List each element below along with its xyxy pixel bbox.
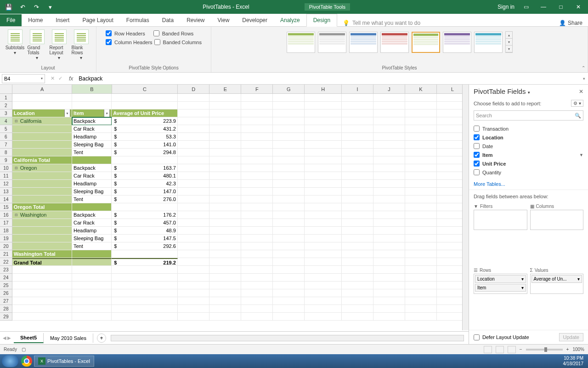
tab-view[interactable]: View (211, 14, 236, 26)
vertical-scrollbar[interactable] (462, 85, 469, 330)
column-header[interactable]: C (112, 85, 178, 93)
cell[interactable] (12, 282, 72, 289)
cell[interactable] (112, 274, 178, 282)
banded-rows-checkbox[interactable] (153, 30, 159, 36)
row-header[interactable]: 21 (0, 250, 12, 258)
cell[interactable] (72, 156, 112, 164)
cell[interactable]: Washington (12, 211, 72, 219)
expand-formula-icon[interactable]: ▾ (580, 76, 588, 81)
styles-gallery-more[interactable]: ▴▾▾ (505, 31, 513, 53)
page-layout-view-button[interactable] (496, 346, 504, 353)
row-header[interactable]: 4 (0, 117, 12, 125)
taskbar-excel-window[interactable]: X PivotTables - Excel (34, 356, 94, 367)
cell[interactable]: $147.0 (112, 188, 178, 196)
cell[interactable]: Backpack (72, 164, 112, 172)
pivot-style-swatch[interactable] (349, 32, 378, 53)
cell[interactable]: $48.9 (112, 227, 178, 235)
cell[interactable] (112, 305, 178, 313)
row-header[interactable]: 19 (0, 235, 12, 242)
field-item[interactable]: Date (474, 142, 583, 150)
cell[interactable]: $223.9 (112, 117, 178, 125)
rows-area[interactable]: Location▾Item▾ (474, 274, 527, 294)
row-header[interactable]: 10 (0, 164, 12, 172)
cell[interactable] (112, 289, 178, 297)
row-header[interactable]: 22 (0, 258, 12, 266)
cell[interactable] (112, 266, 178, 274)
sheet-tab[interactable]: May 2010 Sales (44, 334, 93, 343)
field-item[interactable]: Unit Price (474, 159, 583, 168)
field-checkbox[interactable] (474, 169, 480, 175)
subtotal-cell[interactable]: California Total (12, 156, 72, 164)
columns-area[interactable] (530, 210, 584, 230)
start-button[interactable] (2, 355, 18, 367)
cell[interactable]: $53.3 (112, 133, 178, 141)
column-header[interactable]: I (342, 85, 373, 93)
fx-icon[interactable]: fx (66, 75, 76, 82)
tab-home[interactable]: Home (22, 14, 49, 26)
zoom-slider[interactable] (526, 349, 563, 351)
row-header[interactable]: 6 (0, 133, 12, 141)
collapse-ribbon-icon[interactable]: ⌃ (582, 65, 585, 70)
cell[interactable] (12, 305, 72, 313)
row-header[interactable]: 5 (0, 125, 12, 133)
area-chip[interactable]: Average of Un...▾ (531, 275, 582, 283)
page-break-view-button[interactable] (508, 346, 516, 353)
cell[interactable]: Headlamp (72, 180, 112, 188)
cell[interactable] (72, 313, 112, 321)
minimize-button[interactable]: — (537, 2, 549, 12)
grand-totals-button[interactable]: Grand Totals▾ (27, 29, 48, 61)
field-checkbox[interactable] (474, 161, 480, 167)
cell[interactable]: Backpack (72, 211, 112, 219)
row-header[interactable]: 23 (0, 266, 12, 274)
pane-close-button[interactable]: ✕ (579, 88, 583, 95)
cell[interactable] (12, 266, 72, 274)
new-sheet-button[interactable]: + (97, 334, 106, 343)
tab-developer[interactable]: Developer (236, 14, 274, 26)
field-item[interactable]: Quantity (474, 168, 583, 177)
field-checkbox[interactable] (474, 126, 480, 132)
field-checkbox[interactable] (474, 143, 480, 149)
zoom-level[interactable]: 100% (572, 347, 584, 352)
sheet-tab-active[interactable]: Sheet5 (14, 333, 44, 343)
cell[interactable] (112, 102, 178, 109)
pivot-style-swatch[interactable] (443, 32, 471, 53)
cell[interactable] (12, 219, 72, 227)
field-checkbox[interactable] (474, 152, 480, 158)
close-button[interactable]: ✕ (572, 2, 584, 12)
pivot-location-header[interactable]: Location▼ (12, 109, 72, 117)
cell[interactable] (12, 125, 72, 133)
cell[interactable] (12, 180, 72, 188)
cell[interactable] (12, 313, 72, 321)
row-headers-checkbox[interactable] (106, 30, 112, 36)
cell[interactable]: Car Rack (72, 172, 112, 180)
pivot-item-header[interactable]: Item▼ (72, 109, 112, 117)
sheet-nav-prev-icon[interactable]: ◀ (3, 335, 6, 340)
subtotal-cell[interactable]: Washington Total (12, 250, 72, 258)
fields-search-input[interactable]: Search 🔍 (474, 110, 583, 121)
area-chip[interactable]: Item▾ (475, 284, 526, 292)
cell[interactable]: $42.3 (112, 180, 178, 188)
cell[interactable]: $276.0 (112, 196, 178, 203)
normal-view-button[interactable] (484, 346, 492, 353)
macro-record-icon[interactable]: ▢ (22, 347, 26, 352)
row-header[interactable]: 7 (0, 141, 12, 149)
tab-data[interactable]: Data (156, 14, 180, 26)
row-header[interactable]: 25 (0, 282, 12, 289)
filters-area[interactable] (474, 210, 527, 230)
area-chip[interactable]: Location▾ (475, 275, 526, 283)
column-header[interactable]: E (209, 85, 241, 93)
field-checkbox[interactable] (474, 134, 480, 140)
row-header[interactable]: 27 (0, 297, 12, 305)
cell[interactable] (72, 94, 112, 102)
cell[interactable] (72, 297, 112, 305)
pivot-style-swatch[interactable] (380, 32, 409, 53)
cell[interactable] (112, 297, 178, 305)
cell[interactable]: $163.7 (112, 164, 178, 172)
column-header[interactable]: B (72, 85, 112, 93)
row-header[interactable]: 28 (0, 305, 12, 313)
cell[interactable] (72, 258, 112, 266)
cell[interactable]: Headlamp (72, 133, 112, 141)
cell[interactable] (72, 250, 112, 258)
row-header[interactable]: 17 (0, 219, 12, 227)
ribbon-display-icon[interactable]: ▭ (520, 2, 532, 12)
